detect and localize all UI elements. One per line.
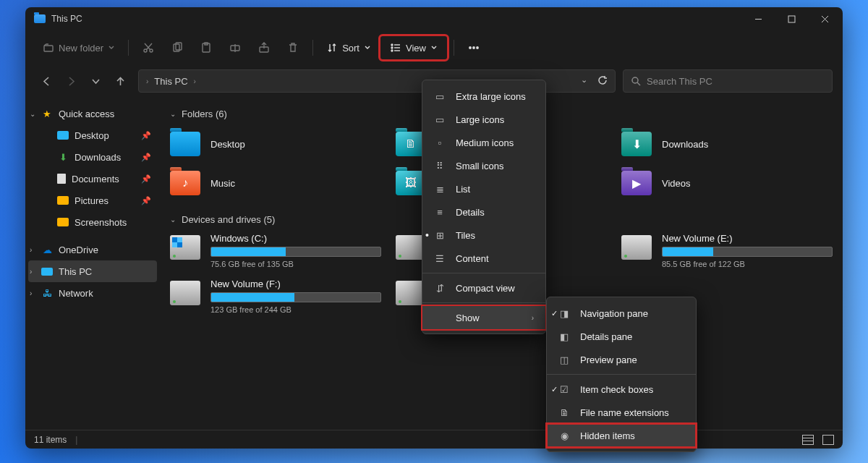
menu-content[interactable]: ☰Content	[422, 247, 545, 270]
folder-videos[interactable]: ▶ Videos	[621, 166, 833, 200]
grid-icon: ▫	[434, 137, 446, 148]
toolbar: New folder Sort View	[25, 30, 843, 65]
desktop-icon	[57, 131, 69, 140]
compact-icon: ⇵	[434, 283, 446, 294]
menu-list[interactable]: ≣List	[422, 177, 545, 200]
menu-extra-large-icons[interactable]: ▭Extra large icons	[422, 85, 545, 108]
menu-large-icons[interactable]: ▭Large icons	[422, 108, 545, 131]
rename-button[interactable]	[221, 35, 249, 60]
search-input[interactable]: Search This PC	[623, 69, 833, 93]
menu-file-name-extensions[interactable]: 🗎File name extensions	[547, 401, 696, 424]
sidebar-network[interactable]: › 🖧 Network	[28, 282, 157, 304]
svg-line-24	[637, 82, 640, 85]
sidebar-item-pictures[interactable]: Pictures📌	[28, 190, 157, 211]
tiles-view-toggle[interactable]	[822, 435, 834, 445]
window-title: This PC	[51, 14, 82, 24]
list-icon: ≣	[434, 184, 446, 195]
sidebar-item-documents[interactable]: Documents📌	[28, 168, 157, 190]
menu-small-icons[interactable]: ⠿Small icons	[422, 154, 545, 177]
pin-icon: 📌	[141, 153, 151, 162]
menu-navigation-pane[interactable]: ✓◨Navigation pane	[547, 302, 696, 325]
monitor-icon	[41, 268, 53, 276]
file-icon: 🗎	[558, 407, 570, 418]
more-icon	[468, 42, 480, 54]
view-menu: ▭Extra large icons ▭Large icons ▫Medium …	[422, 80, 546, 334]
status-bar: 11 items |	[25, 430, 843, 449]
dropdown-icon[interactable]: ⌄	[581, 75, 587, 88]
svg-rect-1	[788, 16, 795, 22]
minimize-button[interactable]	[741, 7, 775, 30]
file-explorer-window: This PC New folder Sort View	[25, 7, 843, 449]
star-icon: ★	[41, 108, 53, 119]
recent-button[interactable]	[85, 70, 106, 92]
search-icon	[631, 76, 641, 86]
svg-point-22	[477, 47, 478, 48]
download-icon: ⬇	[57, 151, 69, 163]
maximize-button[interactable]	[775, 7, 808, 30]
forward-button[interactable]	[60, 70, 82, 92]
sidebar-quick-access[interactable]: ⌄ ★ Quick access	[28, 103, 157, 124]
drive-new-volume-f[interactable]: New Volume (F:) 123 GB free of 244 GB	[170, 279, 381, 314]
item-count: 11 items	[34, 435, 67, 445]
menu-preview-pane[interactable]: ◫Preview pane	[547, 348, 696, 371]
svg-point-23	[632, 77, 638, 83]
menu-show[interactable]: Show ›	[422, 306, 545, 329]
back-button[interactable]	[35, 70, 57, 92]
drive-windows-c[interactable]: Windows (C:) 75.6 GB free of 135 GB	[170, 233, 381, 268]
folder-icon	[170, 132, 200, 156]
svg-point-16	[391, 47, 393, 48]
content-icon: ☰	[434, 253, 446, 264]
refresh-button[interactable]	[597, 75, 608, 88]
drive-new-volume-e[interactable]: New Volume (E:) 85.5 GB free of 122 GB	[621, 233, 833, 268]
menu-details-pane[interactable]: ◧Details pane	[547, 325, 696, 348]
folder-icon	[57, 218, 69, 226]
sidebar-item-desktop[interactable]: Desktop📌	[28, 124, 157, 146]
sidebar-this-pc[interactable]: › This PC	[28, 260, 157, 282]
drive-icon	[170, 235, 200, 260]
menu-hidden-items[interactable]: ◉Hidden items	[547, 424, 696, 447]
paste-button[interactable]	[192, 35, 220, 60]
cut-button[interactable]	[135, 35, 162, 60]
new-folder-button[interactable]: New folder	[35, 35, 122, 60]
menu-tiles[interactable]: •⊞Tiles	[422, 224, 545, 247]
details-view-toggle[interactable]	[802, 435, 814, 445]
sort-icon	[326, 42, 338, 54]
copy-button[interactable]	[163, 35, 191, 60]
chevron-down-icon	[108, 44, 115, 51]
sidebar-onedrive[interactable]: › ☁ OneDrive	[28, 239, 157, 260]
pin-icon: 📌	[141, 131, 151, 140]
close-button[interactable]	[808, 7, 841, 30]
breadcrumb[interactable]: › This PC ›	[146, 76, 196, 87]
folder-music[interactable]: ♪ Music	[170, 166, 381, 200]
grid-icon: ▭	[434, 114, 446, 125]
view-icon	[390, 42, 401, 54]
menu-details[interactable]: ≡Details	[422, 200, 545, 224]
pin-icon: 📌	[141, 174, 151, 184]
share-button[interactable]	[250, 35, 278, 60]
folder-desktop[interactable]: Desktop	[170, 127, 381, 161]
sidebar-item-downloads[interactable]: ⬇ Downloads📌	[28, 146, 157, 168]
folder-downloads[interactable]: ⬇ Downloads	[621, 127, 833, 161]
more-button[interactable]	[460, 35, 488, 60]
delete-button[interactable]	[279, 35, 307, 60]
view-button[interactable]: View	[380, 35, 448, 60]
sidebar-item-screenshots[interactable]: Screenshots	[28, 211, 157, 233]
grid-icon: ⠿	[434, 161, 446, 171]
eye-icon: ◉	[558, 430, 570, 441]
menu-medium-icons[interactable]: ▫Medium icons	[422, 131, 545, 154]
trash-icon	[287, 42, 299, 54]
svg-point-18	[391, 50, 393, 51]
scissors-icon	[142, 42, 154, 54]
folder-icon: ♪	[170, 171, 200, 195]
svg-point-5	[144, 49, 147, 52]
clipboard-icon	[200, 42, 212, 54]
up-button[interactable]	[109, 70, 131, 92]
menu-compact-view[interactable]: ⇵Compact view	[422, 276, 545, 300]
cloud-icon: ☁	[41, 244, 53, 255]
pictures-icon	[57, 196, 69, 205]
rename-icon	[229, 42, 241, 54]
folder-icon: ⬇	[621, 132, 652, 156]
svg-point-20	[469, 47, 471, 48]
sort-button[interactable]: Sort	[319, 35, 378, 60]
menu-item-check-boxes[interactable]: ✓☑Item check boxes	[547, 378, 696, 401]
